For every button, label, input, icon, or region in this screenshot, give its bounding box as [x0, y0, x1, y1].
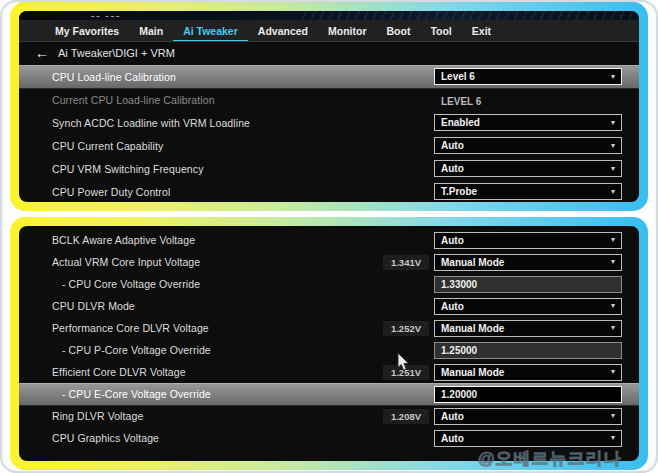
menu-item-ai-tweaker[interactable]: Ai Tweaker — [173, 20, 248, 41]
dropdown-value: Auto — [441, 433, 464, 444]
settings-row[interactable]: BCLK Aware Adaptive VoltageAuto▾ — [19, 229, 639, 251]
setting-control: T.Probe▾ — [434, 183, 622, 200]
dropdown[interactable]: Auto▾ — [434, 232, 622, 249]
menu-item-main[interactable]: Main — [129, 20, 173, 41]
setting-label: Actual VRM Core Input Voltage — [19, 256, 383, 268]
setting-label: - CPU E-Core Voltage Override — [19, 388, 434, 400]
menu-item-monitor[interactable]: Monitor — [318, 20, 377, 41]
setting-label: Performance Core DLVR Voltage — [19, 322, 383, 334]
settings-row[interactable]: Synch ACDC Loadline with VRM LoadlineEna… — [19, 111, 639, 134]
dropdown[interactable]: Auto▾ — [434, 160, 622, 177]
voltage-panel: BCLK Aware Adaptive VoltageAuto▾Actual V… — [10, 217, 648, 470]
chevron-down-icon: ▾ — [611, 236, 615, 244]
setting-label: - CPU Core Voltage Override — [19, 278, 434, 290]
menu-item-advanced[interactable]: Advanced — [248, 20, 318, 41]
menu-item-boot[interactable]: Boot — [376, 20, 420, 41]
menu-bar: My FavoritesMainAi TweakerAdvancedMonito… — [19, 20, 639, 42]
chevron-down-icon: ▾ — [611, 165, 615, 173]
setting-label: - CPU P-Core Voltage Override — [19, 344, 434, 356]
dropdown-value: Auto — [441, 301, 464, 312]
settings-row[interactable]: CPU DLVR ModeAuto▾ — [19, 295, 639, 317]
settings-row[interactable]: CPU Current CapabilityAuto▾ — [19, 134, 639, 157]
dropdown[interactable]: Auto▾ — [434, 430, 622, 447]
setting-control: 1.20000 — [434, 386, 622, 403]
dropdown[interactable]: T.Probe▾ — [434, 183, 622, 200]
settings-row[interactable]: Ring DLVR Voltage1.208VAuto▾ — [19, 405, 639, 427]
readonly-value: LEVEL 6 — [434, 96, 481, 107]
dropdown[interactable]: Enabled▾ — [434, 114, 622, 131]
menu-item-tool[interactable]: Tool — [420, 20, 461, 41]
watermark-text: @오베르뉴크리나 — [478, 447, 622, 470]
value-input[interactable]: 1.25000 — [434, 342, 622, 359]
setting-label: Current CPU Load-line Calibration — [19, 94, 434, 106]
settings-row[interactable]: CPU Load-line CalibrationLevel 6▾ — [19, 65, 639, 88]
dropdown[interactable]: Auto▾ — [434, 408, 622, 425]
setting-control: 1.25000 — [434, 342, 622, 359]
value-input[interactable]: 1.33000 — [434, 276, 622, 293]
chevron-down-icon: ▾ — [611, 412, 615, 420]
chevron-down-icon: ▾ — [611, 324, 615, 332]
settings-row[interactable]: - CPU Core Voltage Override1.33000 — [19, 273, 639, 295]
settings-row[interactable]: CPU Power Duty ControlT.Probe▾ — [19, 180, 639, 202]
dropdown-value: T.Probe — [441, 186, 477, 197]
setting-control: Auto▾ — [434, 408, 622, 425]
setting-label: Synch ACDC Loadline with VRM Loadline — [19, 117, 434, 129]
chevron-down-icon: ▾ — [611, 119, 615, 127]
setting-label: CPU Graphics Voltage — [19, 432, 434, 444]
dropdown[interactable]: Auto▾ — [434, 137, 622, 154]
settings-row[interactable]: Performance Core DLVR Voltage1.252VManua… — [19, 317, 639, 339]
setting-control: Auto▾ — [434, 160, 622, 177]
dropdown-value: Level 6 — [441, 71, 475, 82]
voltage-panel-inner: BCLK Aware Adaptive VoltageAuto▾Actual V… — [19, 226, 639, 461]
menu-item-my-favorites[interactable]: My Favorites — [45, 20, 129, 41]
dropdown-value: Manual Mode — [441, 257, 504, 268]
dropdown[interactable]: Level 6▾ — [434, 68, 622, 85]
setting-control: Auto▾ — [434, 137, 622, 154]
value-input[interactable]: 1.20000 — [434, 386, 622, 403]
setting-label: CPU Power Duty Control — [19, 186, 434, 198]
setting-control: LEVEL 6 — [434, 91, 622, 109]
chevron-down-icon: ▾ — [611, 73, 615, 81]
dropdown-value: Auto — [441, 163, 464, 174]
chevron-down-icon: ▾ — [611, 142, 615, 150]
chevron-down-icon: ▾ — [611, 434, 615, 442]
dropdown-value: Enabled — [441, 117, 480, 128]
settings-list-bottom: BCLK Aware Adaptive VoltageAuto▾Actual V… — [19, 226, 639, 449]
voltage-badge: 1.341V — [383, 255, 429, 270]
chevron-down-icon: ▾ — [611, 188, 615, 196]
settings-row[interactable]: CPU VRM Switching FrequencyAuto▾ — [19, 157, 639, 180]
settings-list-top: CPU Load-line CalibrationLevel 6▾Current… — [19, 63, 639, 202]
setting-control: Auto▾ — [434, 298, 622, 315]
setting-control: Manual Mode▾ — [434, 320, 622, 337]
settings-row[interactable]: Current CPU Load-line CalibrationLEVEL 6 — [19, 88, 639, 111]
settings-row[interactable]: Efficient Core DLVR Voltage1.251VManual … — [19, 361, 639, 383]
setting-control: Level 6▾ — [434, 68, 622, 85]
setting-control: 1.33000 — [434, 276, 622, 293]
dropdown-value: Auto — [441, 411, 464, 422]
breadcrumb-path: Ai Tweaker\DIGI + VRM — [58, 47, 175, 59]
dropdown-value: Manual Mode — [441, 367, 504, 378]
dropdown-value: Auto — [441, 140, 464, 151]
header-artwork: –– ––– — [19, 11, 639, 20]
voltage-badge: 1.252V — [383, 321, 429, 336]
chevron-down-icon: ▾ — [611, 302, 615, 310]
setting-control: Enabled▾ — [434, 114, 622, 131]
setting-control: Auto▾ — [434, 430, 622, 447]
setting-label: CPU Current Capability — [19, 140, 434, 152]
menu-item-exit[interactable]: Exit — [462, 20, 501, 41]
dropdown[interactable]: Manual Mode▾ — [434, 320, 622, 337]
chevron-down-icon: ▾ — [611, 258, 615, 266]
voltage-badge: 1.208V — [383, 409, 429, 424]
settings-row[interactable]: - CPU P-Core Voltage Override1.25000 — [19, 339, 639, 361]
back-arrow-icon[interactable]: ← — [35, 46, 49, 60]
settings-row[interactable]: - CPU E-Core Voltage Override1.20000 — [19, 383, 639, 405]
setting-label: Efficient Core DLVR Voltage — [19, 366, 383, 378]
dropdown[interactable]: Manual Mode▾ — [434, 254, 622, 271]
settings-row[interactable]: CPU Graphics VoltageAuto▾ — [19, 427, 639, 449]
settings-row[interactable]: Actual VRM Core Input Voltage1.341VManua… — [19, 251, 639, 273]
dropdown[interactable]: Auto▾ — [434, 298, 622, 315]
dropdown[interactable]: Manual Mode▾ — [434, 364, 622, 381]
setting-control: Manual Mode▾ — [434, 364, 622, 381]
setting-label: CPU VRM Switching Frequency — [19, 163, 434, 175]
dropdown-value: Manual Mode — [441, 323, 504, 334]
